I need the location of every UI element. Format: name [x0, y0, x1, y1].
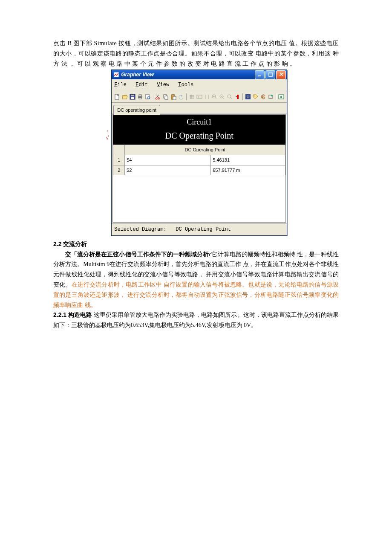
grapher-window: Grapher View ✕ File Edit View Tools [111, 70, 287, 235]
value-cell: 5.46131 [211, 155, 285, 165]
paste-icon[interactable] [170, 93, 177, 100]
menu-tools[interactable]: Tools [178, 82, 193, 88]
svg-rect-18 [165, 96, 168, 99]
svg-point-42 [262, 97, 263, 98]
svg-rect-1 [258, 75, 261, 76]
minimize-button[interactable] [255, 70, 265, 79]
svg-point-40 [262, 96, 262, 97]
tag-icon[interactable] [252, 93, 259, 100]
maximize-button[interactable] [265, 70, 275, 79]
menu-edit[interactable]: Edit [135, 82, 148, 88]
svg-rect-0 [114, 72, 119, 77]
section-2-2-body: 交「流分析是在正弦小信号工作条件下的一种频域分析c它计算电路的幅频特性和相频特 … [53, 249, 339, 310]
print-icon[interactable] [137, 93, 144, 100]
ac-analysis-lead: 交「流分析是在正弦小信号工作条件下的一种频域分析 [65, 251, 209, 258]
grid-icon[interactable] [188, 93, 195, 100]
svg-rect-36 [237, 95, 239, 99]
svg-line-32 [223, 98, 224, 99]
zoom-fit-icon[interactable] [226, 93, 233, 100]
svg-rect-37 [236, 96, 237, 97]
close-button[interactable]: ✕ [276, 70, 286, 79]
legend-icon[interactable] [196, 93, 203, 100]
section-2-2-title: 2.2 交流分析 [53, 239, 339, 249]
chart-title-line1: Circuit1 [113, 116, 285, 129]
svg-rect-6 [131, 95, 134, 96]
svg-rect-21 [173, 96, 176, 100]
section-2-2-1: 2.2.1 构造电路 这里仍采用单管放大电路作为实验电路，电路如图所示。这时，该… [53, 310, 339, 330]
options-icon[interactable] [268, 93, 274, 100]
svg-rect-2 [269, 73, 272, 76]
preview-icon[interactable] [144, 93, 151, 100]
svg-rect-5 [131, 97, 134, 99]
excel-icon[interactable]: X [278, 93, 285, 100]
column-header: DC Operating Point [125, 145, 285, 155]
value-cell: 657.91777 m [211, 165, 285, 175]
menu-file[interactable]: File [114, 82, 127, 88]
open-icon[interactable] [121, 93, 128, 100]
zoom-out-icon[interactable] [219, 93, 225, 100]
table-row[interactable]: 1 $4 5.46131 [113, 155, 285, 165]
row-header-blank [113, 145, 125, 155]
svg-point-44 [271, 95, 273, 96]
zoom-in-icon[interactable] [211, 93, 218, 100]
svg-rect-22 [197, 95, 202, 99]
cut-icon[interactable] [155, 93, 162, 100]
tab-dc-operating-point[interactable]: DC operating point [113, 105, 160, 116]
section-2-2-1-title: 2.2.1 构造电路 [53, 311, 92, 318]
palette-icon[interactable] [260, 93, 267, 100]
toolbar: X [112, 91, 287, 103]
app-icon [113, 72, 119, 78]
node-cell: $4 [125, 155, 211, 165]
chart-area: Circuit1 DC Operating Point DC Operating… [112, 114, 286, 223]
chart-title-block: Circuit1 DC Operating Point [113, 115, 285, 145]
ac-analysis-note: 在进行交流分析时，电路工作区中 自行设置的输入信号将被忽略。也就是说，无论给电路… [53, 281, 339, 308]
svg-text:X: X [280, 95, 282, 99]
chart-title-line2: DC Operating Point [113, 128, 285, 143]
svg-rect-3 [115, 94, 119, 99]
grapher-figure: ，√ Grapher View ✕ [53, 69, 339, 239]
svg-line-28 [215, 98, 216, 99]
menu-bar: File Edit View Tools [112, 79, 287, 91]
svg-line-35 [231, 98, 232, 99]
table-row[interactable]: 2 $2 657.91777 m [113, 165, 285, 175]
svg-rect-20 [172, 94, 174, 95]
save-data-icon[interactable] [245, 93, 251, 100]
row-number: 1 [113, 155, 125, 165]
status-bar: Selected Diagram: DC Operating Point [112, 223, 287, 235]
probe-icon[interactable] [234, 93, 241, 100]
menu-view[interactable]: View [157, 82, 169, 88]
tab-bar: DC operating point [112, 103, 287, 113]
empty-grid-area [113, 175, 285, 222]
svg-point-41 [262, 95, 263, 96]
undo-icon[interactable] [178, 93, 184, 100]
status-value: DC Operating Point [176, 226, 231, 232]
node-cell: $2 [125, 165, 211, 175]
results-table: DC Operating Point 1 $4 5.46131 2 $2 657… [113, 145, 285, 175]
new-icon[interactable] [114, 93, 121, 100]
svg-rect-8 [139, 95, 141, 96]
row-number: 2 [113, 165, 125, 175]
window-titlebar: Grapher View ✕ [112, 70, 287, 79]
svg-line-12 [150, 99, 150, 99]
copy-icon[interactable] [162, 93, 169, 100]
intro-paragraph: 点击 B 图下部 Simulate 按钮，测试结果如图所示。测试结果给出电路各个… [53, 38, 339, 69]
save-icon[interactable] [129, 93, 136, 100]
window-title: Grapher View [121, 70, 154, 79]
status-label: Selected Diagram: [114, 226, 166, 232]
cursor-icon[interactable] [204, 93, 210, 100]
svg-point-34 [228, 95, 231, 98]
svg-rect-9 [139, 98, 141, 99]
callout-marks: ，√ [105, 70, 110, 142]
svg-point-39 [254, 96, 255, 96]
section-2-2-1-body: 这里仍采用单管放大电路作为实验电路，电路如图所示。这时，该电路直流工作点分析的结… [53, 312, 339, 328]
